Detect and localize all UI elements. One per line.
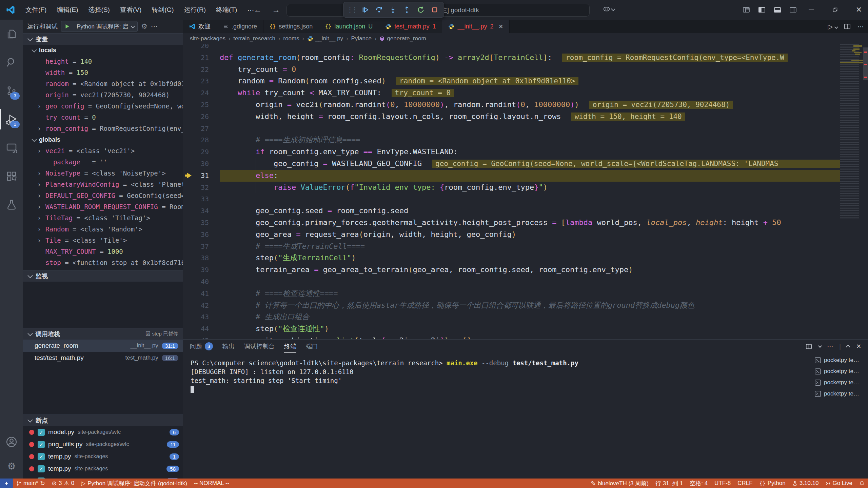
code-line-42[interactable]: 42# 计算每一个出口的中心，然后使用astar生成路径，确保每一个出口组合都可… — [183, 300, 840, 311]
sidebar-item-run-debug[interactable]: 1 — [0, 105, 23, 134]
code-line-21[interactable]: 21def generate_room(room_config: RoomReq… — [183, 52, 840, 64]
debug-config-select[interactable]: Python 调试程序: 启 — [73, 23, 137, 30]
menu-item-2[interactable]: 选择(S) — [83, 5, 115, 14]
tab-debug-console[interactable]: 调试控制台 — [244, 340, 275, 353]
code-line-35[interactable]: 35geo_config.primary_forces.geothermal_a… — [183, 217, 840, 229]
tab-test_math.py[interactable]: test_math.py1 — [379, 20, 442, 33]
variable-row[interactable]: origin = vec2i(7205730, 9024468) — [23, 89, 183, 101]
chevron-right-icon[interactable]: › — [37, 179, 41, 190]
breakpoint-checkbox[interactable]: ✓ — [38, 453, 45, 460]
more-actions-icon[interactable]: ⋯ — [857, 23, 864, 30]
restore-button[interactable] — [827, 0, 843, 20]
scope-globals[interactable]: globals — [23, 134, 183, 145]
maximize-panel-icon[interactable] — [846, 345, 850, 349]
callstack-section-header[interactable]: 调用堆栈 因 step 已暂停 — [23, 328, 183, 340]
menu-item-1[interactable]: 编辑(E) — [52, 5, 83, 14]
code-area[interactable]: 2021def generate_room(room_config: RoomR… — [183, 44, 840, 340]
tab-__init__.py[interactable]: __init__.py2✕ — [442, 20, 510, 33]
menu-item-0[interactable]: 文件(F) — [20, 5, 52, 14]
restart-button[interactable] — [415, 4, 427, 16]
code-line-26[interactable]: 26width, height = room_config.layout.n_c… — [183, 111, 840, 123]
chevron-right-icon[interactable]: › — [37, 101, 41, 112]
variable-row[interactable]: ›DEFAULT_GEO_CONFIG = GeoConfig(seed=1… — [23, 190, 183, 201]
code-line-44[interactable]: 44step("检查连通性") — [183, 323, 840, 335]
chevron-right-icon[interactable]: › — [37, 212, 41, 224]
chevron-right-icon[interactable]: › — [37, 235, 41, 246]
step-over-button[interactable] — [373, 4, 385, 16]
close-icon[interactable]: ✕ — [499, 23, 503, 30]
go-live-status[interactable]: Go Live — [822, 480, 856, 487]
tab-problems[interactable]: 问题 3 — [190, 340, 213, 353]
variable-row[interactable]: random = <Random object at 0x1bf9d01e… — [23, 78, 183, 89]
minimize-button[interactable]: ─ — [804, 0, 819, 20]
code-line-32[interactable]: 32raise ValueError(f"Invalid env type: {… — [183, 182, 840, 194]
variable-row[interactable]: MAX_TRY_COUNT = 1000 — [23, 246, 183, 257]
variable-row[interactable]: try_count = 0 — [23, 112, 183, 123]
sidebar-item-explorer[interactable] — [0, 20, 23, 48]
menu-item-6[interactable]: 终端(T) — [211, 5, 242, 14]
overview-ruler[interactable] — [863, 44, 868, 340]
variable-row[interactable]: ›vec2i = <class 'vec2i'> — [23, 145, 183, 157]
terminal-instance-item[interactable]: pocketpy te… — [811, 377, 868, 388]
panel-more-icon[interactable]: ⋯ — [827, 343, 833, 350]
terminal-output[interactable]: PS C:\computer_science\godot-ldtk\site-p… — [191, 359, 809, 476]
code-line-24[interactable]: 24while try_count < MAX_TRY_COUNT:try_co… — [183, 87, 840, 99]
breadcrumb-item-terrain_research[interactable]: terrain_research — [233, 35, 275, 42]
problems-status[interactable]: ⊘3 ⚠0 — [48, 480, 78, 487]
debug-launch-button[interactable]: Python 调试程序: 启 — [61, 21, 138, 32]
variable-row[interactable]: ›Random = <class 'Random'> — [23, 224, 183, 235]
start-debug-icon[interactable] — [61, 21, 73, 32]
code-line-33[interactable]: 33 — [183, 193, 840, 205]
chevron-right-icon[interactable]: › — [37, 201, 41, 212]
code-line-34[interactable]: 34geo_config.seed = room_config.seed — [183, 205, 840, 217]
copilot-menu[interactable] — [603, 5, 615, 13]
breakpoint-row[interactable]: ✓png_utils.pysite-packages\wfc11 — [23, 438, 183, 450]
forward-icon[interactable]: → — [272, 5, 280, 15]
code-line-25[interactable]: 25origin = vec2i(random.randint(0, 10000… — [183, 99, 840, 111]
continue-button[interactable] — [359, 4, 371, 16]
close-panel-icon[interactable]: ✕ — [856, 343, 861, 350]
tab-ports[interactable]: 端口 — [306, 340, 318, 353]
branch-status[interactable]: main* ↻ — [13, 480, 48, 487]
variable-row[interactable]: width = 150 — [23, 67, 183, 78]
code-line-39[interactable]: 39terrain_area = geo_area_to_terrain(geo… — [183, 264, 840, 276]
step-into-button[interactable] — [387, 4, 399, 16]
language-mode-status[interactable]: {} Python — [756, 480, 789, 487]
python-interpreter-status[interactable]: 3.10.10 — [789, 480, 822, 487]
variables-section-header[interactable]: 变量 — [23, 33, 183, 45]
terminal-instance-item[interactable]: pocketpy te… — [811, 366, 868, 377]
tab-terminal[interactable]: 终端 — [284, 340, 296, 353]
toggle-secondary-sidebar-icon[interactable] — [789, 6, 797, 14]
chevron-right-icon[interactable]: › — [37, 168, 41, 179]
code-line-20[interactable]: 20 — [183, 44, 840, 52]
account-button[interactable] — [0, 430, 23, 454]
debug-session-status[interactable]: ▷ Python 调试程序: 启动文件 (godot-ldtk) — [78, 480, 191, 487]
eol-status[interactable]: CRLF — [734, 480, 756, 487]
sidebar-item-remote-explorer[interactable] — [0, 134, 23, 162]
breakpoint-checkbox[interactable]: ✓ — [38, 429, 45, 436]
encoding-status[interactable]: UTF-8 — [711, 480, 734, 487]
breakpoint-row[interactable]: ✓model.pysite-packages\wfc6 — [23, 426, 183, 438]
sidebar-item-extensions[interactable] — [0, 162, 23, 190]
code-line-40[interactable]: 40 — [183, 276, 840, 288]
code-line-36[interactable]: 36geo_area = request_area(origin, width,… — [183, 229, 840, 241]
variable-row[interactable]: ›PlanetaryWindConfig = <class 'Planeta… — [23, 179, 183, 190]
breadcrumb-item-site-packages[interactable]: site-packages — [190, 35, 225, 42]
debug-settings-gear-icon[interactable]: ⚙ — [141, 22, 147, 30]
code-line-28[interactable]: 28# ====生成初始地理信息==== — [183, 134, 840, 146]
toggle-sidebar-icon[interactable] — [758, 6, 766, 14]
chevron-right-icon[interactable]: › — [37, 145, 41, 157]
menu-item-4[interactable]: 转到(G) — [146, 5, 179, 14]
cursor-position-status[interactable]: 行 31, 列 1 — [652, 480, 686, 487]
variable-row[interactable]: ›WASTELAND_ROOM_REQUEST_CONFIG = RoomR… — [23, 201, 183, 212]
breakpoint-row[interactable]: ✓temp.pysite-packages1 — [23, 450, 183, 463]
notifications-bell[interactable] — [856, 481, 868, 486]
menu-item-5[interactable]: 运行(R) — [179, 5, 211, 14]
code-line-23[interactable]: 23random = Random(room_config.seed)rando… — [183, 75, 840, 87]
remote-indicator[interactable] — [0, 479, 13, 488]
code-line-43[interactable]: 43# 生成出口组合 — [183, 311, 840, 323]
breakpoint-row[interactable]: ✓temp.pysite-packages58 — [23, 463, 183, 475]
variable-row[interactable]: ›NoiseType = <class 'NoiseType'> — [23, 168, 183, 179]
variable-row[interactable]: stop = <function stop at 0x1bf8cd716d — [23, 257, 183, 268]
code-line-45[interactable]: 45exit_combinations:list[tuple[vec2i, ve… — [183, 335, 840, 340]
